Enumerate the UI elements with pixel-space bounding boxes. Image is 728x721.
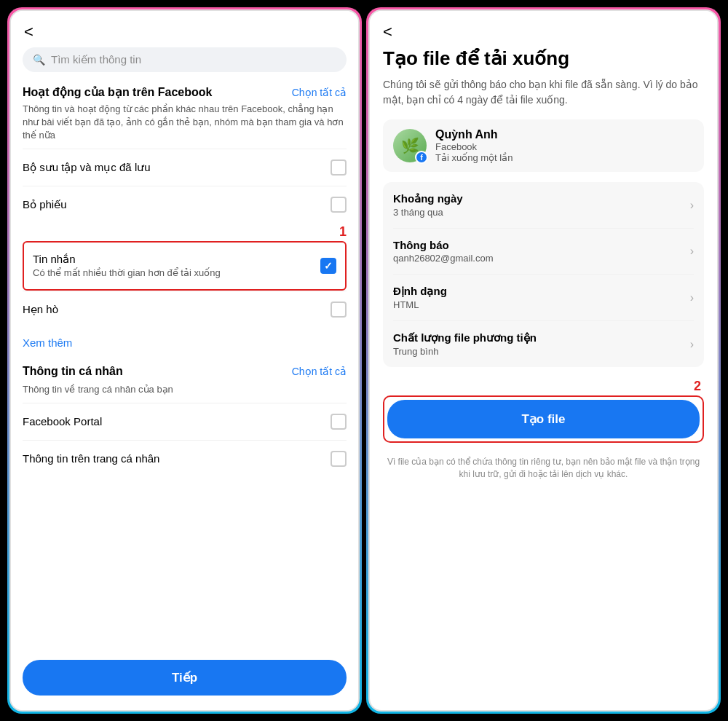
avatar-wrap: 🌿 f	[393, 129, 427, 162]
section2-header: Thông tin cá nhân Chọn tất cả	[11, 358, 358, 383]
section1-title-row: Hoạt động của bạn trên Facebook Chọn tất…	[23, 85, 347, 99]
tiep-button[interactable]: Tiếp	[23, 660, 347, 696]
checkbox-fb-portal[interactable]	[331, 414, 347, 430]
user-info: Quỳnh Anh Facebook Tải xuống một lần	[435, 128, 513, 163]
option-value-khoang-ngay: 3 tháng qua	[393, 207, 463, 218]
item-label-bo-phieu: Bỏ phiếu	[23, 198, 331, 211]
chevron-icon-khoang-ngay: ›	[690, 199, 694, 212]
section2-items: Facebook Portal Thông tin trên trang cá …	[11, 403, 358, 477]
section2-select-all[interactable]: Chọn tất cả	[292, 366, 347, 377]
highlighted-tin-nhan: Tin nhắn Có thể mất nhiều thời gian hơn …	[23, 241, 347, 291]
option-dinh-dang[interactable]: Định dạng HTML ›	[393, 274, 694, 320]
option-khoang-ngay[interactable]: Khoảng ngày 3 tháng qua ›	[393, 182, 694, 228]
options-group: Khoảng ngày 3 tháng qua › Thông báo qanh…	[383, 182, 704, 367]
fb-badge-icon: f	[415, 151, 428, 164]
search-placeholder: Tìm kiếm thông tin	[51, 53, 141, 66]
user-name: Quỳnh Anh	[435, 128, 513, 141]
option-thong-bao-text: Thông báo qanh26802@gmail.com	[393, 239, 494, 264]
user-sub: Tải xuống một lần	[435, 152, 513, 163]
list-item-tin-nhan[interactable]: Tin nhắn Có thể mất nhiều thời gian hơn …	[24, 243, 345, 290]
back-button-left[interactable]: <	[11, 11, 358, 47]
section1-select-all[interactable]: Chọn tất cả	[292, 87, 347, 98]
chevron-icon-dinh-dang: ›	[690, 291, 694, 304]
page-desc: Chúng tôi sẽ gửi thông báo cho bạn khi f…	[383, 77, 704, 108]
right-screen-wrapper: < Tạo file để tải xuống Chúng tôi sẽ gửi…	[366, 7, 721, 714]
number-badge-1: 1	[339, 224, 347, 240]
option-thong-bao[interactable]: Thông báo qanh26802@gmail.com ›	[393, 228, 694, 274]
option-label-thong-bao: Thông báo	[393, 239, 494, 251]
back-button-right[interactable]: <	[370, 11, 717, 47]
left-screen: < 🔍 Tìm kiếm thông tin Hoạt động của bạn…	[9, 9, 360, 712]
right-screen: < Tạo file để tải xuống Chúng tôi sẽ gửi…	[368, 9, 719, 712]
user-platform: Facebook	[435, 141, 513, 152]
section1-items: Bộ sưu tập và mục đã lưu Bỏ phiếu	[11, 149, 358, 223]
option-value-dinh-dang: HTML	[393, 299, 447, 310]
option-label-khoang-ngay: Khoảng ngày	[393, 192, 463, 205]
section2-title: Thông tin cá nhân	[23, 365, 123, 378]
option-label-dinh-dang: Định dạng	[393, 285, 447, 298]
option-dinh-dang-text: Định dạng HTML	[393, 285, 447, 310]
section1-header: Hoạt động của bạn trên Facebook Chọn tất…	[11, 81, 358, 103]
list-item-fb-portal[interactable]: Facebook Portal	[23, 403, 347, 440]
list-item-hen-ho[interactable]: Hẹn hò	[23, 291, 347, 328]
user-card: 🌿 f Quỳnh Anh Facebook Tải xuống một lần	[383, 119, 704, 172]
checkbox-bo-phieu[interactable]	[331, 197, 347, 213]
item-label-bo-suu-tap: Bộ sưu tập và mục đã lưu	[23, 161, 331, 174]
checkbox-bo-suu-tap[interactable]	[331, 159, 347, 176]
item-label-fb-portal: Facebook Portal	[23, 415, 331, 428]
list-item-thong-tin-trang[interactable]: Thông tin trên trang cá nhân	[23, 440, 347, 477]
create-file-btn-wrap: Tạo file	[383, 395, 704, 443]
option-value-thong-bao: qanh26802@gmail.com	[393, 253, 494, 264]
page-title: Tạo file để tải xuống	[383, 47, 704, 70]
bottom-btn-area-left: Tiếp	[11, 651, 358, 710]
section2-title-row: Thông tin cá nhân Chọn tất cả	[23, 365, 347, 378]
left-screen-wrapper: < 🔍 Tìm kiếm thông tin Hoạt động của bạn…	[7, 7, 362, 714]
tin-nhan-text-wrap: Tin nhắn Có thể mất nhiều thời gian hơn …	[33, 253, 320, 280]
see-more-link[interactable]: Xem thêm	[11, 328, 358, 358]
option-khoang-ngay-text: Khoảng ngày 3 tháng qua	[393, 192, 463, 218]
search-icon: 🔍	[33, 54, 45, 66]
item-label-tin-nhan: Tin nhắn	[33, 253, 320, 266]
option-chat-luong-text: Chất lượng file phương tiện Trung bình	[393, 331, 537, 357]
checkbox-thong-tin-trang[interactable]	[331, 451, 347, 467]
option-label-chat-luong: Chất lượng file phương tiện	[393, 331, 537, 344]
checkbox-hen-ho[interactable]	[331, 302, 347, 318]
right-content-area: Tạo file để tải xuống Chúng tôi sẽ gửi t…	[370, 47, 717, 710]
create-file-button[interactable]: Tạo file	[387, 400, 700, 438]
option-value-chat-luong: Trung bình	[393, 346, 537, 357]
disclaimer-text: Vì file của bạn có thể chứa thông tin ri…	[383, 450, 704, 495]
list-item-bo-suu-tap[interactable]: Bộ sưu tập và mục đã lưu	[23, 149, 347, 186]
number-badge-2: 2	[694, 379, 701, 394]
option-chat-luong[interactable]: Chất lượng file phương tiện Trung bình ›	[393, 320, 694, 367]
section1-desc: Thông tin và hoạt động từ các phần khác …	[11, 103, 358, 149]
section2-desc: Thông tin về trang cá nhân của bạn	[11, 383, 358, 402]
checkbox-tin-nhan[interactable]	[320, 258, 336, 274]
chevron-icon-thong-bao: ›	[690, 245, 694, 258]
section1-items-2: Hẹn hò	[11, 291, 358, 328]
item-label-thong-tin-trang: Thông tin trên trang cá nhân	[23, 452, 331, 465]
search-bar[interactable]: 🔍 Tìm kiếm thông tin	[23, 47, 347, 72]
chevron-icon-chat-luong: ›	[690, 338, 694, 351]
section1-title: Hoạt động của bạn trên Facebook	[23, 85, 212, 99]
list-item-bo-phieu[interactable]: Bỏ phiếu	[23, 186, 347, 223]
left-scroll-area: Hoạt động của bạn trên Facebook Chọn tất…	[11, 81, 358, 710]
item-subtext-tin-nhan: Có thể mất nhiều thời gian hơn để tải xu…	[33, 267, 320, 280]
item-label-hen-ho: Hẹn hò	[23, 303, 331, 316]
